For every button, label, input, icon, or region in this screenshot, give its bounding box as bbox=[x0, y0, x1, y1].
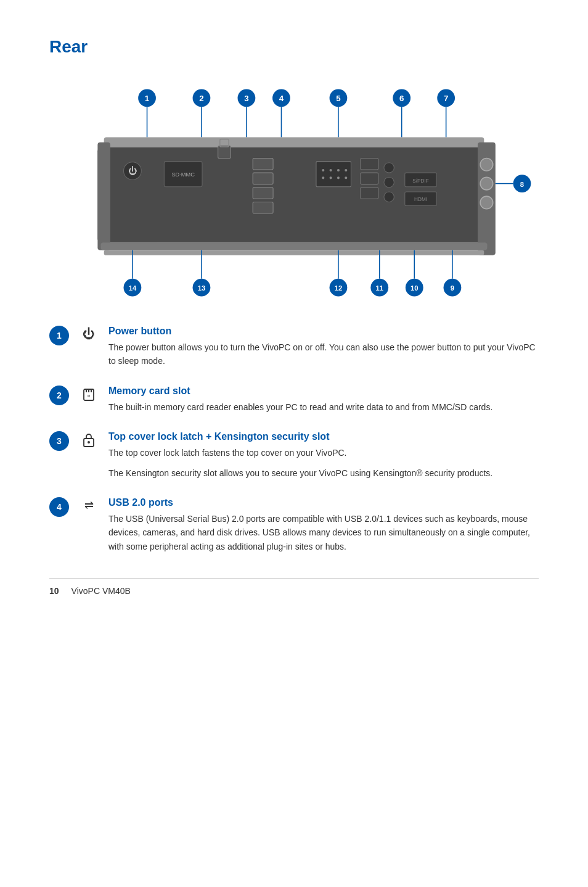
svg-text:HDMI: HDMI bbox=[414, 197, 427, 202]
svg-point-41 bbox=[337, 169, 340, 171]
svg-rect-35 bbox=[253, 173, 273, 184]
svg-rect-29 bbox=[104, 250, 484, 255]
svg-text:9: 9 bbox=[451, 284, 454, 292]
svg-point-27 bbox=[480, 196, 493, 209]
desc-title-2: Memory card slot bbox=[108, 386, 539, 397]
svg-point-25 bbox=[480, 158, 493, 171]
svg-text:8: 8 bbox=[520, 181, 524, 188]
svg-rect-57 bbox=[218, 146, 231, 159]
svg-rect-28 bbox=[101, 242, 488, 250]
svg-rect-82 bbox=[88, 389, 89, 392]
desc-text-2-0: The built-in memory card reader enables … bbox=[108, 400, 539, 414]
desc-text-3-1: The Kensington security slot allows you … bbox=[108, 466, 539, 480]
desc-number-1: 1 bbox=[49, 326, 69, 345]
product-name: VivoPC VM40B bbox=[71, 586, 131, 596]
svg-text:2: 2 bbox=[199, 94, 203, 103]
usb-icon: ⇌ bbox=[79, 498, 99, 512]
svg-rect-37 bbox=[253, 202, 273, 213]
diagram-svg: 1 2 3 4 5 6 7 bbox=[49, 79, 539, 307]
svg-text:4: 4 bbox=[279, 94, 284, 103]
svg-point-26 bbox=[480, 177, 493, 190]
desc-title-1: Power button bbox=[108, 326, 539, 337]
svg-rect-23 bbox=[97, 142, 110, 250]
desc-content-3: Top cover lock latch + Kensington securi… bbox=[108, 431, 539, 480]
desc-text-3-0: The top cover lock latch fastens the top… bbox=[108, 446, 539, 460]
svg-rect-81 bbox=[86, 389, 87, 392]
svg-text:3: 3 bbox=[244, 94, 248, 103]
svg-point-42 bbox=[345, 169, 347, 171]
power-icon: ⏻ bbox=[79, 327, 99, 341]
svg-rect-21 bbox=[104, 138, 484, 147]
memory-card-icon: M bbox=[79, 387, 99, 402]
desc-text-1-0: The power button allows you to turn the … bbox=[108, 340, 539, 368]
svg-point-44 bbox=[330, 176, 332, 179]
desc-content-4: USB 2.0 ports The USB (Universal Serial … bbox=[108, 497, 539, 553]
svg-text:7: 7 bbox=[444, 94, 448, 103]
desc-title-4: USB 2.0 ports bbox=[108, 497, 539, 508]
desc-content-1: Power button The power button allows you… bbox=[108, 326, 539, 368]
desc-item-3: 3 Top cover lock latch + Kensington secu… bbox=[49, 431, 539, 480]
svg-point-40 bbox=[330, 169, 332, 171]
desc-number-3: 3 bbox=[49, 431, 69, 451]
svg-rect-83 bbox=[91, 389, 92, 392]
desc-number-4: 4 bbox=[49, 497, 69, 517]
svg-text:13: 13 bbox=[198, 284, 206, 292]
page-footer: 10 VivoPC VM40B bbox=[49, 578, 539, 596]
svg-text:6: 6 bbox=[399, 94, 404, 103]
svg-point-46 bbox=[345, 176, 347, 179]
desc-content-2: Memory card slot The built-in memory car… bbox=[108, 386, 539, 414]
desc-item-1: 1 ⏻ Power button The power button allows… bbox=[49, 326, 539, 368]
svg-text:10: 10 bbox=[410, 284, 419, 292]
svg-text:S/PDIF: S/PDIF bbox=[412, 178, 429, 184]
desc-number-2: 2 bbox=[49, 386, 69, 405]
svg-rect-47 bbox=[361, 158, 378, 170]
svg-rect-38 bbox=[316, 162, 351, 187]
svg-point-43 bbox=[322, 176, 324, 179]
lock-icon bbox=[79, 432, 99, 447]
desc-title-3: Top cover lock latch + Kensington securi… bbox=[108, 431, 539, 442]
desc-item-4: 4 ⇌ USB 2.0 ports The USB (Universal Ser… bbox=[49, 497, 539, 553]
svg-text:SD·MMC: SD·MMC bbox=[171, 171, 195, 178]
svg-rect-34 bbox=[253, 158, 273, 170]
section-title: Rear bbox=[49, 37, 539, 57]
svg-rect-49 bbox=[361, 188, 378, 199]
svg-point-50 bbox=[384, 163, 394, 173]
page-number: 10 bbox=[49, 586, 59, 596]
svg-point-39 bbox=[322, 169, 324, 171]
svg-text:14: 14 bbox=[129, 284, 137, 292]
svg-text:11: 11 bbox=[375, 284, 383, 292]
svg-point-51 bbox=[384, 177, 394, 187]
svg-text:M: M bbox=[88, 394, 90, 398]
svg-rect-48 bbox=[361, 173, 378, 184]
description-list: 1 ⏻ Power button The power button allows… bbox=[49, 326, 539, 553]
svg-text:⏻: ⏻ bbox=[128, 166, 137, 176]
desc-item-2: 2 M Memory card slot The built-in memory… bbox=[49, 386, 539, 414]
svg-point-86 bbox=[88, 441, 90, 444]
svg-text:12: 12 bbox=[335, 284, 343, 292]
svg-point-45 bbox=[337, 176, 340, 179]
desc-text-4-0: The USB (Universal Serial Bus) 2.0 ports… bbox=[108, 512, 539, 553]
svg-rect-36 bbox=[253, 188, 273, 199]
svg-text:1: 1 bbox=[145, 94, 150, 103]
svg-point-52 bbox=[384, 192, 394, 202]
device-diagram: 1 2 3 4 5 6 7 bbox=[49, 79, 539, 307]
svg-text:5: 5 bbox=[336, 94, 341, 103]
